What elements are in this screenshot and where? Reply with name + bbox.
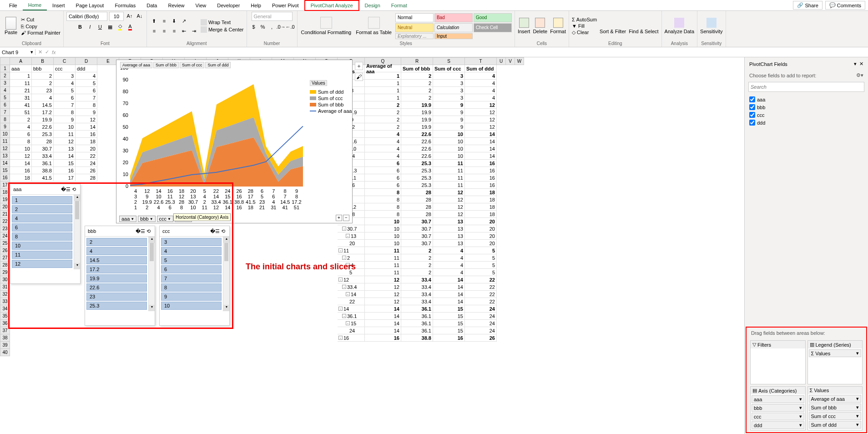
cell[interactable]: 16	[433, 334, 465, 342]
cell[interactable]: 24	[465, 305, 497, 313]
tab-format[interactable]: Format	[386, 1, 413, 10]
slicer-item[interactable]: 14.5	[86, 256, 147, 264]
cell[interactable]: 5	[465, 247, 497, 254]
pivot-row-label[interactable]: -14	[338, 291, 365, 298]
cell[interactable]: 9	[433, 109, 465, 116]
cell[interactable]: 4	[433, 269, 465, 276]
row-header[interactable]: 39	[0, 342, 10, 349]
cell[interactable]: 14	[54, 152, 76, 160]
column-header[interactable]: T	[465, 57, 497, 65]
cell[interactable]: 36.1	[401, 327, 433, 334]
number-format-select[interactable]	[252, 12, 293, 21]
style-good[interactable]: Good	[474, 13, 512, 22]
area-values[interactable]: ΣValues Average of aaa▾Sum of bbb▾Sum of…	[807, 386, 863, 430]
style-neutral[interactable]: Neutral	[395, 23, 434, 32]
cell[interactable]: Sum of ddd	[465, 65, 497, 72]
cell[interactable]: 26	[465, 334, 497, 342]
cell[interactable]: 19.9	[401, 116, 433, 123]
cell[interactable]: 2	[401, 269, 433, 276]
sensitivity-button[interactable]: Sensitivity	[700, 18, 723, 34]
cell[interactable]: 28	[401, 189, 433, 196]
cell[interactable]: 16	[54, 167, 76, 174]
cell[interactable]: 12	[465, 116, 497, 123]
cell[interactable]: 22.6	[401, 145, 433, 152]
column-header[interactable]: C	[54, 57, 76, 65]
row-header[interactable]: 28	[0, 262, 10, 269]
cell[interactable]: 22.6	[401, 138, 433, 145]
chart-filter-ccc[interactable]: ccc ▼	[157, 216, 173, 222]
cell[interactable]: 9	[76, 109, 97, 116]
cell[interactable]: 13	[433, 225, 465, 232]
align-center-button[interactable]: ≡	[160, 27, 169, 35]
font-name-input[interactable]	[66, 12, 107, 21]
slicer-item[interactable]: 3	[161, 238, 222, 246]
cell[interactable]: 14	[465, 152, 497, 160]
multiselect-icon[interactable]: �☰	[62, 186, 69, 193]
cell[interactable]: 16	[365, 334, 401, 342]
cell[interactable]: 8	[365, 211, 401, 218]
multiselect-icon[interactable]: �☰	[211, 227, 218, 235]
tab-review[interactable]: Review	[162, 1, 190, 10]
cell[interactable]: 6	[76, 87, 97, 94]
slicer-bbb[interactable]: bbb �☰ ⟲ 2414.517.219.922.62325.3 ▴▾	[85, 226, 155, 326]
cell[interactable]: 6	[10, 131, 32, 138]
cell[interactable]: 12	[433, 196, 465, 203]
row-header[interactable]: 10	[0, 131, 10, 138]
cell[interactable]: 12	[433, 189, 465, 196]
cell[interactable]: 18	[465, 203, 497, 211]
cell[interactable]: 41	[10, 101, 32, 109]
cell[interactable]: 33.4	[401, 283, 433, 291]
tab-help[interactable]: Help	[245, 1, 267, 10]
column-header[interactable]: A	[10, 57, 32, 65]
cell[interactable]: 2	[401, 247, 433, 254]
column-header[interactable]: U	[497, 57, 506, 65]
cell[interactable]: 16	[465, 167, 497, 174]
cell[interactable]: 4	[76, 72, 97, 80]
row-header[interactable]: 31	[0, 283, 10, 291]
column-header[interactable]: W	[515, 57, 524, 65]
tab-file[interactable]: File	[4, 1, 23, 10]
cell[interactable]: 20	[465, 218, 497, 225]
cell[interactable]: 5	[465, 262, 497, 269]
sort-filter-button[interactable]: Sort & Filter	[600, 18, 626, 34]
pivot-row-label[interactable]: -15	[338, 320, 365, 327]
row-header[interactable]: 4	[0, 87, 10, 94]
cell[interactable]: 30.7	[401, 218, 433, 225]
cell[interactable]: 4	[433, 262, 465, 269]
cell[interactable]: 4	[465, 87, 497, 94]
cell[interactable]: 33.4	[401, 298, 433, 305]
italic-button[interactable]: I	[86, 23, 94, 31]
cell[interactable]: aaa	[10, 65, 32, 72]
chart-value-button[interactable]: Sum of ccc	[180, 62, 205, 68]
cell[interactable]: 10	[433, 145, 465, 152]
row-header[interactable]: 7	[0, 109, 10, 116]
cell[interactable]: 23	[32, 87, 54, 94]
cell[interactable]: 13	[433, 240, 465, 247]
format-as-table-button[interactable]: Format as Table	[355, 16, 393, 36]
row-header[interactable]: 19	[0, 196, 10, 203]
tab-data[interactable]: Data	[141, 1, 162, 10]
row-header[interactable]: 15	[0, 167, 10, 174]
style-input[interactable]: Input	[434, 33, 473, 39]
cell[interactable]: 11	[433, 182, 465, 189]
pivot-row-label[interactable]: -11	[338, 247, 365, 254]
decrease-decimal-button[interactable]: ←.0	[286, 23, 294, 31]
cell[interactable]: 4	[365, 131, 401, 138]
cell[interactable]: 2	[365, 101, 401, 109]
row-header[interactable]: 18	[0, 189, 10, 196]
clear-filter-icon[interactable]: ⟲	[145, 227, 152, 235]
multiselect-icon[interactable]: �☰	[136, 227, 144, 235]
cell[interactable]: 38.8	[401, 334, 433, 342]
area-filters[interactable]: ▽Filters	[750, 340, 806, 384]
slicer-item[interactable]: 7	[161, 274, 222, 283]
cell[interactable]: 10	[433, 152, 465, 160]
tab-design[interactable]: Design	[359, 1, 386, 10]
align-middle-button[interactable]: ≡	[160, 17, 169, 25]
cell[interactable]: 17.2	[32, 109, 54, 116]
row-header[interactable]: 2	[0, 72, 10, 80]
cell[interactable]: 36.1	[401, 313, 433, 320]
cell[interactable]: 13	[433, 232, 465, 240]
slicer-ccc[interactable]: ccc �☰ ⟲ 345678910 ▴▾	[159, 226, 230, 326]
cell[interactable]: 4	[54, 80, 76, 87]
tab-pagelayout[interactable]: Page Layout	[71, 1, 110, 10]
